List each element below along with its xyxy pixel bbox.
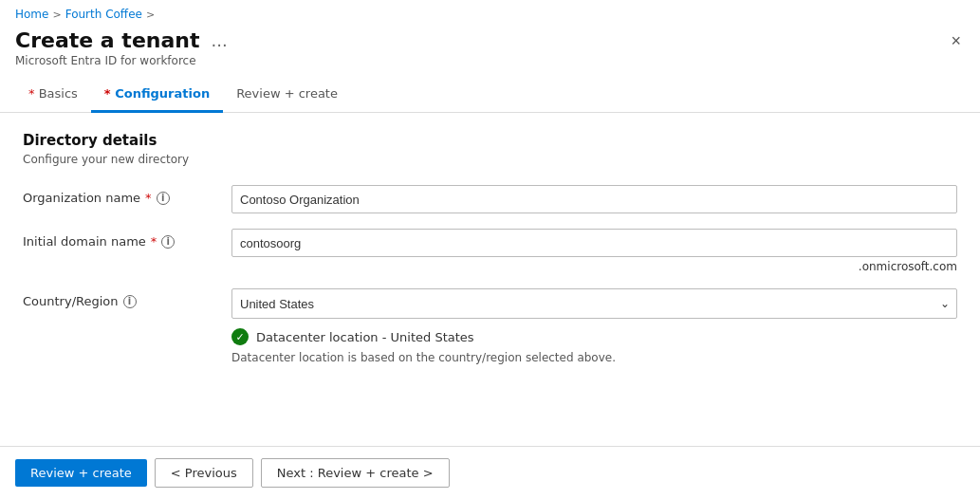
breadcrumb-fourth-coffee[interactable]: Fourth Coffee [65,8,142,21]
country-info-icon[interactable]: i [123,295,137,308]
country-field-wrapper: United States United Kingdom Canada Aust… [231,288,957,364]
breadcrumb-sep-2: > [146,9,155,21]
page-title: Create a tenant [15,28,200,52]
breadcrumb-home[interactable]: Home [15,8,48,21]
org-name-input[interactable] [231,185,957,213]
domain-field-wrapper: .onmicrosoft.com [231,229,957,273]
domain-info-icon[interactable]: i [161,235,175,249]
tab-basics[interactable]: Basics [15,79,91,113]
org-name-info-icon[interactable]: i [157,192,170,205]
main-content: Directory details Configure your new dir… [0,113,980,446]
tab-review-create[interactable]: Review + create [223,79,351,113]
section-description: Configure your new directory [23,153,957,166]
section-title: Directory details [23,132,957,149]
review-create-button[interactable]: Review + create [15,459,147,487]
page-subtitle: Microsoft Entra ID for workforce [15,54,231,67]
country-region-row: Country/Region i United States United Ki… [23,288,957,364]
breadcrumb-sep-1: > [52,9,61,21]
tabs-bar: Basics Configuration Review + create [0,79,980,113]
close-button[interactable]: × [947,28,965,53]
country-select[interactable]: United States United Kingdom Canada Aust… [231,288,957,319]
domain-name-row: Initial domain name * i .onmicrosoft.com [23,229,957,273]
breadcrumb: Home > Fourth Coffee > [0,0,980,25]
country-region-label: Country/Region i [23,288,231,308]
previous-button[interactable]: < Previous [155,458,253,488]
org-name-row: Organization name * i [23,185,957,213]
check-circle-icon: ✓ [231,328,249,345]
datacenter-row: ✓ Datacenter location - United States [231,328,957,345]
next-button[interactable]: Next : Review + create > [261,458,450,488]
datacenter-note: Datacenter location is based on the coun… [231,351,957,364]
page-header: Create a tenant ... Microsoft Entra ID f… [0,25,980,75]
domain-required: * [151,234,157,249]
tab-configuration[interactable]: Configuration [91,79,223,113]
more-options-icon[interactable]: ... [208,28,231,52]
domain-name-input[interactable] [231,229,957,257]
domain-name-label: Initial domain name * i [23,229,231,249]
domain-suffix: .onmicrosoft.com [231,260,957,273]
page-wrapper: Home > Fourth Coffee > Create a tenant .… [0,0,980,499]
page-footer: Review + create < Previous Next : Review… [0,446,980,499]
country-select-wrapper: United States United Kingdom Canada Aust… [231,288,957,319]
datacenter-location-text: Datacenter location - United States [256,330,474,344]
org-name-label: Organization name * i [23,185,231,205]
org-name-required: * [145,191,152,205]
org-name-field-wrapper [231,185,957,213]
